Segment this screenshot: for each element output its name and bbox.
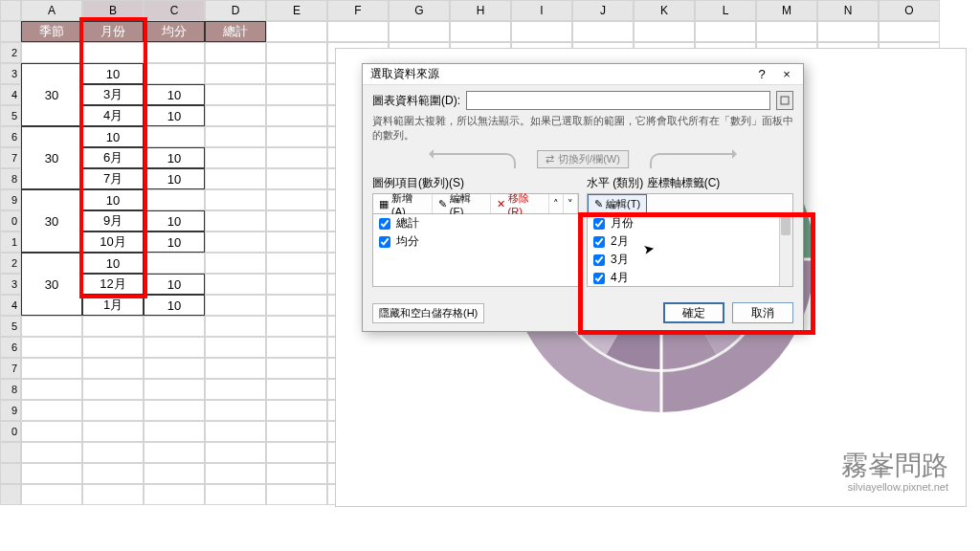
cell[interactable] — [327, 21, 389, 42]
cell[interactable] — [21, 442, 82, 463]
col-F[interactable]: F — [327, 0, 389, 21]
select-all-corner[interactable] — [0, 0, 21, 21]
category-checkbox[interactable] — [593, 273, 605, 284]
cell[interactable] — [205, 484, 266, 505]
cell[interactable] — [21, 379, 82, 400]
col-K[interactable]: K — [634, 0, 695, 21]
cell[interactable] — [82, 442, 144, 463]
scrollbar[interactable] — [779, 214, 792, 286]
col-O[interactable]: O — [879, 0, 940, 21]
cell[interactable] — [266, 126, 327, 147]
cell[interactable] — [266, 84, 327, 105]
scrollbar-thumb[interactable] — [781, 216, 791, 235]
close-button[interactable]: × — [774, 67, 799, 81]
col-A[interactable]: A — [21, 0, 82, 21]
row-header[interactable]: 4 — [0, 84, 21, 105]
category-checkbox[interactable] — [593, 218, 605, 230]
cell[interactable] — [266, 484, 327, 505]
row-header[interactable]: 8 — [0, 168, 21, 189]
avg-cell[interactable]: 10 — [144, 84, 205, 105]
cell[interactable] — [266, 231, 327, 253]
cell[interactable] — [266, 295, 327, 316]
cell[interactable] — [817, 21, 879, 42]
month-cell[interactable]: 1月 — [82, 295, 144, 316]
cell[interactable] — [266, 21, 327, 42]
avg-cell[interactable]: 10 — [82, 63, 144, 84]
cell[interactable] — [572, 21, 634, 42]
cell[interactable] — [144, 400, 205, 421]
cell[interactable] — [266, 316, 327, 337]
col-G[interactable]: G — [389, 0, 450, 21]
cell[interactable] — [205, 337, 266, 358]
row-header[interactable] — [0, 21, 21, 42]
col-J[interactable]: J — [572, 0, 634, 21]
cell[interactable] — [266, 463, 327, 484]
cell[interactable] — [205, 442, 266, 463]
avg-cell[interactable]: 10 — [82, 126, 144, 147]
cell[interactable] — [205, 358, 266, 379]
cell[interactable] — [266, 253, 327, 274]
row-header[interactable]: 3 — [0, 274, 21, 295]
cell[interactable] — [266, 147, 327, 168]
row-header[interactable]: 6 — [0, 126, 21, 147]
row-header[interactable]: 0 — [0, 421, 21, 442]
month-cell[interactable]: 9月 — [82, 210, 144, 231]
cell[interactable] — [266, 189, 327, 210]
col-M[interactable]: M — [756, 0, 817, 21]
cell[interactable] — [450, 21, 511, 42]
th-avg[interactable]: 均分 — [144, 21, 205, 42]
cancel-button[interactable]: 取消 — [732, 302, 793, 323]
row-header[interactable]: 0 — [0, 210, 21, 231]
cell[interactable] — [266, 400, 327, 421]
month-cell[interactable]: 12月 — [82, 274, 144, 295]
cell[interactable] — [695, 21, 756, 42]
col-N[interactable]: N — [817, 0, 879, 21]
category-checkbox[interactable] — [593, 236, 605, 248]
range-picker-icon[interactable] — [776, 91, 793, 110]
chart-range-input[interactable] — [466, 91, 770, 110]
cell[interactable] — [82, 484, 144, 505]
cell[interactable] — [21, 400, 82, 421]
col-E[interactable]: E — [266, 0, 327, 21]
avg-cell[interactable]: 10 — [144, 274, 205, 295]
avg-cell[interactable]: 10 — [144, 168, 205, 189]
cell[interactable] — [82, 358, 144, 379]
cell[interactable] — [21, 337, 82, 358]
col-I[interactable]: I — [511, 0, 572, 21]
row-header[interactable]: 3 — [0, 63, 21, 84]
row-header[interactable]: 5 — [0, 105, 21, 126]
month-cell[interactable]: 7月 — [82, 168, 144, 189]
ok-button[interactable]: 確定 — [663, 302, 724, 323]
col-C[interactable]: C — [144, 0, 205, 21]
cell[interactable] — [205, 379, 266, 400]
series-listbox[interactable]: 總計 均分 — [372, 214, 579, 287]
cell[interactable] — [266, 42, 327, 63]
col-B[interactable]: B — [82, 0, 144, 21]
cell[interactable] — [266, 421, 327, 442]
cell[interactable] — [144, 337, 205, 358]
cell[interactable] — [266, 63, 327, 84]
cell[interactable] — [756, 21, 817, 42]
cell[interactable] — [144, 463, 205, 484]
cell[interactable] — [266, 210, 327, 231]
th-season[interactable]: 季節 — [21, 21, 82, 42]
month-cell[interactable]: 10月 — [82, 231, 144, 253]
cell[interactable] — [266, 442, 327, 463]
cell[interactable] — [634, 21, 695, 42]
th-total[interactable]: 總計 — [205, 21, 266, 42]
series-checkbox[interactable] — [379, 236, 390, 248]
cell[interactable] — [21, 463, 82, 484]
cell[interactable] — [879, 21, 940, 42]
cell[interactable] — [266, 274, 327, 295]
row-header[interactable]: 6 — [0, 337, 21, 358]
cell[interactable] — [266, 168, 327, 189]
edit-axis-labels-button[interactable]: ✎編輯(T) — [588, 194, 647, 213]
hidden-blank-cells-button[interactable]: 隱藏和空白儲存格(H) — [372, 303, 484, 323]
cell[interactable] — [205, 400, 266, 421]
remove-series-button[interactable]: ✕移除(R) — [491, 194, 549, 213]
month-cell[interactable]: 6月 — [82, 147, 144, 168]
avg-cell[interactable]: 10 — [144, 105, 205, 126]
cell[interactable] — [144, 421, 205, 442]
move-up-button[interactable]: ˄ — [549, 194, 564, 213]
cell[interactable] — [82, 400, 144, 421]
